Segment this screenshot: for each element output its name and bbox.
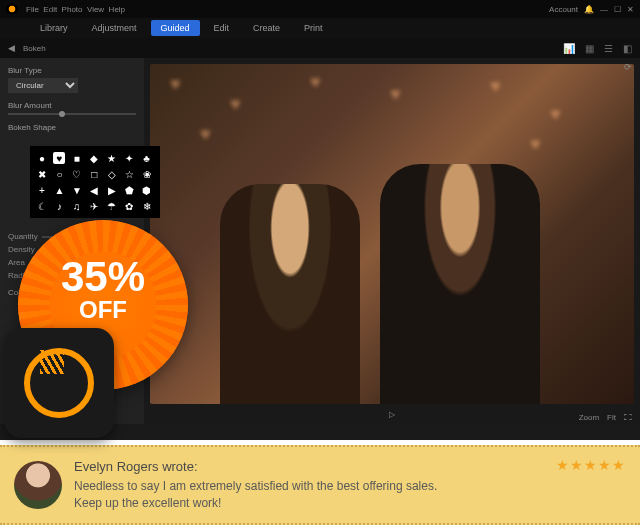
- blur-type-label: Blur Type: [8, 66, 136, 75]
- shape-hexagon-icon[interactable]: ⬢: [141, 184, 153, 196]
- tab-print[interactable]: Print: [294, 20, 333, 36]
- testimonial-author: Evelyn Rogers wrote:: [74, 459, 544, 474]
- shape-star-outline-icon[interactable]: ☆: [123, 168, 135, 180]
- minimize-icon[interactable]: —: [600, 5, 608, 14]
- shape-sparkle-icon[interactable]: ✦: [123, 152, 135, 164]
- rating-stars: ★★★★★: [556, 457, 626, 473]
- list-view-icon[interactable]: ☰: [604, 43, 613, 54]
- fit-label[interactable]: Fit: [607, 413, 616, 422]
- menu-view[interactable]: View: [87, 5, 104, 14]
- shape-flower-icon[interactable]: ❀: [141, 168, 153, 180]
- shape-circle-outline-icon[interactable]: ○: [53, 168, 65, 180]
- back-icon[interactable]: ◀: [8, 43, 15, 53]
- shape-pentagon-icon[interactable]: ⬟: [123, 184, 135, 196]
- avatar: [14, 461, 62, 509]
- product-icon: [4, 328, 114, 438]
- shape-snowflake-icon[interactable]: ❄: [141, 200, 153, 212]
- tab-library[interactable]: Library: [30, 20, 78, 36]
- menu-file[interactable]: File: [26, 5, 39, 14]
- shape-plus-icon[interactable]: +: [36, 184, 48, 196]
- shape-club-icon[interactable]: ♣: [141, 152, 153, 164]
- discount-percent: 35%: [18, 256, 188, 298]
- shape-diamond-outline-icon[interactable]: ◇: [106, 168, 118, 180]
- shape-heart-icon[interactable]: ♥: [53, 152, 65, 164]
- shape-star-icon[interactable]: ★: [106, 152, 118, 164]
- discount-off: OFF: [18, 298, 188, 322]
- shape-umbrella-icon[interactable]: ☂: [106, 200, 118, 212]
- shape-triangle-right-icon[interactable]: ▶: [106, 184, 118, 196]
- toolbar: ◀ Bokeh 📊 ▦ ☰ ◧: [0, 38, 640, 58]
- grid-view-icon[interactable]: ▦: [585, 43, 594, 54]
- titlebar: File Edit Photo View Help Account 🔔 — ☐ …: [0, 0, 640, 18]
- refresh-icon[interactable]: ⟳: [624, 62, 632, 72]
- section-label: Bokeh: [23, 44, 46, 53]
- menu-edit[interactable]: Edit: [43, 5, 57, 14]
- tab-guided[interactable]: Guided: [151, 20, 200, 36]
- compare-icon[interactable]: ◧: [623, 43, 632, 54]
- bokeh-shape-label: Bokeh Shape: [8, 123, 136, 132]
- shape-picker: ● ♥ ■ ◆ ★ ✦ ♣ ✖ ○ ♡ □ ◇ ☆ ❀ + ▲ ▼ ◀ ▶ ⬟: [30, 146, 160, 218]
- bell-icon[interactable]: 🔔: [584, 5, 594, 14]
- zoom-label[interactable]: Zoom: [579, 413, 599, 422]
- shape-triangle-up-icon[interactable]: ▲: [53, 184, 65, 196]
- shape-plane-icon[interactable]: ✈: [88, 200, 100, 212]
- tab-edit[interactable]: Edit: [204, 20, 240, 36]
- mode-tabs: Library Adjustment Guided Edit Create Pr…: [0, 18, 640, 38]
- testimonial-line1: Needless to say I am extremely satisfied…: [74, 479, 437, 493]
- preview-image[interactable]: [150, 64, 634, 404]
- shape-triangle-left-icon[interactable]: ◀: [88, 184, 100, 196]
- blur-type-select[interactable]: Circular: [8, 78, 78, 93]
- fullscreen-icon[interactable]: ⛶: [624, 413, 632, 422]
- shape-moon-icon[interactable]: ☾: [36, 200, 48, 212]
- close-icon[interactable]: ✕: [627, 5, 634, 14]
- account-label[interactable]: Account: [549, 5, 578, 14]
- blur-amount-slider[interactable]: [8, 113, 136, 115]
- shape-triangle-down-icon[interactable]: ▼: [71, 184, 83, 196]
- shape-blossom-icon[interactable]: ✿: [123, 200, 135, 212]
- canvas-statusbar: ▷: [144, 404, 640, 424]
- shape-circle-icon[interactable]: ●: [36, 152, 48, 164]
- shape-note-icon[interactable]: ♪: [53, 200, 65, 212]
- tab-create[interactable]: Create: [243, 20, 290, 36]
- shape-square-icon[interactable]: ■: [71, 152, 83, 164]
- play-icon[interactable]: ▷: [389, 410, 395, 419]
- eye-logo-icon: [24, 348, 94, 418]
- shape-diamond-icon[interactable]: ◆: [88, 152, 100, 164]
- shape-x-icon[interactable]: ✖: [36, 168, 48, 180]
- testimonial-line2: Keep up the excellent work!: [74, 496, 221, 510]
- histogram-icon[interactable]: 📊: [563, 43, 575, 54]
- testimonial: Evelyn Rogers wrote: Needless to say I a…: [0, 445, 640, 525]
- canvas-area: ▷ Zoom Fit ⛶ ⟳: [144, 58, 640, 424]
- shape-notes-icon[interactable]: ♫: [71, 200, 83, 212]
- maximize-icon[interactable]: ☐: [614, 5, 621, 14]
- blur-amount-label: Blur Amount: [8, 101, 136, 110]
- tab-adjustment[interactable]: Adjustment: [82, 20, 147, 36]
- app-logo-icon: [6, 3, 18, 15]
- shape-heart-outline-icon[interactable]: ♡: [71, 168, 83, 180]
- menu-help[interactable]: Help: [109, 5, 125, 14]
- menu-photo[interactable]: Photo: [62, 5, 83, 14]
- shape-square-outline-icon[interactable]: □: [88, 168, 100, 180]
